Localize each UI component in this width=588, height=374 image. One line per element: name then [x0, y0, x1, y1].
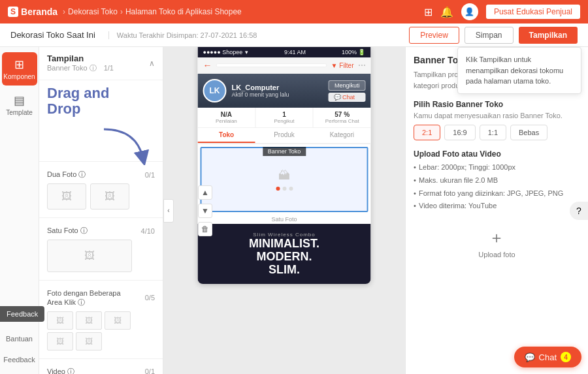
tab-toko[interactable]: Toko	[198, 128, 255, 143]
grid-icon[interactable]: ⊞	[424, 6, 433, 18]
video-count: 0/1	[145, 367, 155, 374]
satu-foto-title: Satu Foto ⓘ	[47, 226, 88, 236]
chat-button[interactable]: 💬 Chat 4	[514, 347, 581, 367]
divider4	[39, 358, 163, 359]
dua-foto-thumb-1[interactable]: 🖼	[47, 183, 86, 210]
phone-back-icon[interactable]: ←	[203, 60, 212, 70]
upload-button-area: ＋ Upload foto	[414, 222, 580, 264]
ratio-1-1[interactable]: 1:1	[480, 125, 506, 140]
phone-status-bar: ●●●●● Shopee ▾ 9:41 AM 100% 🔋	[198, 47, 371, 57]
subnav-saved-time: Waktu Terakhir Disimpan: 27-07-2021 16:5…	[108, 31, 257, 39]
pusat-edukasi-button[interactable]: Pusat Edukasi Penjual	[486, 5, 580, 19]
image-placeholder-icon: 🏔	[278, 169, 290, 183]
sidebar-template-label: Template	[6, 109, 33, 116]
phone-battery: 100% 🔋	[342, 49, 366, 55]
panel-title: Tampilan	[47, 54, 114, 63]
chat-badge: 4	[561, 352, 571, 362]
plus-icon: ＋	[489, 227, 504, 248]
satu-foto-label: Satu Foto	[198, 215, 371, 224]
simpan-button[interactable]: Simpan	[465, 27, 514, 44]
ratio-2-1[interactable]: 2:1	[414, 125, 440, 140]
drag-drop-area: Drag andDrop	[39, 80, 163, 159]
dua-foto-thumb-2[interactable]: 🖼	[90, 183, 129, 210]
scroll-up-btn[interactable]: ▲	[198, 185, 212, 200]
drag-arrow-icon	[97, 126, 150, 165]
more-icon[interactable]: ⋯	[358, 61, 366, 70]
store-buttons: Mengikuti 💬 Chat	[329, 80, 366, 102]
satu-foto-count: 4/10	[141, 227, 155, 235]
upload-foto-button[interactable]: ＋ Upload foto	[478, 227, 515, 258]
avatar[interactable]: 👤	[461, 3, 478, 20]
phone-store-header: LK LK_Computer Aktif 0 menit yang lalu M…	[198, 74, 371, 108]
dot-active	[276, 187, 280, 191]
promo-title: MINIMALIST.MODERN.SLIM.	[203, 238, 366, 276]
store-status: Aktif 0 menit yang lalu	[232, 91, 323, 98]
sub-nav: Dekorasi Toko Saat Ini Waktu Terakhir Di…	[0, 23, 588, 47]
sidebar-item-template[interactable]: ▤ Template	[2, 88, 37, 121]
chat-icon: 💬	[525, 352, 535, 362]
ratio-16-9[interactable]: 16:9	[444, 125, 475, 140]
panel-collapse-icon[interactable]: ∧	[149, 59, 155, 68]
filter-icon[interactable]: ▼ Filter	[331, 62, 354, 69]
ratio-sub: Kamu dapat menyesuaikan rasio Banner Tok…	[414, 112, 580, 119]
upload-spec-4: Video diterima: YouTube	[414, 200, 580, 213]
panel-collapse-button[interactable]: ‹	[163, 199, 174, 223]
delete-btn[interactable]: 🗑	[198, 222, 212, 236]
brand-name: Beranda	[21, 7, 57, 17]
ikuti-button[interactable]: Mengikuti	[329, 80, 366, 91]
chat-small-button[interactable]: 💬 Chat	[329, 93, 366, 102]
store-name: LK_Computer	[232, 84, 323, 91]
feedback-link[interactable]: Feedback	[3, 352, 35, 367]
help-bubble-icon[interactable]: ?	[570, 202, 588, 220]
sidebar-item-komponen[interactable]: ⊞ Komponen	[2, 52, 37, 86]
upload-spec-3: Format foto yang diizinkan: JPG, JPEG, P…	[414, 187, 580, 200]
banner-upload-zone[interactable]: 🏔	[201, 147, 368, 212]
bell-icon[interactable]: 🔔	[440, 6, 453, 18]
phone-search-bar: ← ▼ Filter ⋯	[198, 57, 371, 74]
bantuan-link[interactable]: Bantuan	[6, 331, 33, 347]
preview-button[interactable]: Preview	[409, 27, 459, 44]
panel-count: 1/1	[104, 64, 114, 72]
komponen-icon: ⊞	[14, 57, 24, 72]
canvas-area: ‹ ●●●●● Shopee ▾ 9:41 AM 100% 🔋 ←	[163, 47, 405, 374]
multi-thumb-5[interactable]: 🖼	[76, 332, 102, 351]
multi-thumb-2[interactable]: 🖼	[76, 311, 102, 330]
promo-banner: Slim Wireless Combo MINIMALIST.MODERN.SL…	[198, 224, 371, 284]
ratio-options: 2:1 16:9 1:1 Bebas	[414, 125, 580, 140]
sidebar-bottom: Bantuan Feedback	[3, 331, 35, 374]
phone-search-input[interactable]	[216, 63, 327, 67]
panel-subtitle: Banner Toko ⓘ 1/1	[47, 63, 114, 73]
tooltip-text: Klik Tampilkan untuk menampilkan dekoras…	[466, 55, 563, 85]
section-multi-foto: Foto dengan Beberapa Area Klik ⓘ 0/5 🖼 🖼…	[39, 283, 163, 356]
phone-time: 9:41 AM	[284, 49, 306, 55]
multi-foto-title: Foto dengan Beberapa Area Klik ⓘ	[47, 288, 125, 307]
logo: S Beranda	[8, 7, 57, 17]
tab-produk[interactable]: Produk	[255, 128, 313, 143]
section-dua-foto: Dua Foto ⓘ 0/1 🖼 🖼	[39, 164, 163, 215]
dot-2	[289, 187, 293, 191]
feedback-button[interactable]: Feedback	[0, 306, 44, 322]
top-nav-right: ⊞ 🔔 👤 Pusat Edukasi Penjual	[424, 3, 580, 20]
ratio-bebas[interactable]: Bebas	[510, 125, 547, 140]
phone-mockup: ●●●●● Shopee ▾ 9:41 AM 100% 🔋 ← ▼ Filter…	[198, 47, 371, 284]
shopee-logo-icon: S	[8, 7, 18, 17]
store-tabs: Toko Produk Kategori	[198, 128, 371, 144]
upload-specs: Lebar: 2000px; Tinggi: 1000px Maks. ukur…	[414, 161, 580, 213]
feedback-label: Feedback	[7, 310, 38, 318]
scroll-down-btn[interactable]: ▼	[198, 204, 212, 218]
multi-thumb-4[interactable]: 🖼	[47, 332, 73, 351]
tab-kategori[interactable]: Kategori	[313, 128, 370, 143]
multi-thumb-1[interactable]: 🖼	[47, 311, 73, 330]
video-title: Video ⓘ	[47, 367, 74, 374]
breadcrumb-current: Halaman Toko di Aplikasi Shopee	[125, 7, 242, 16]
satu-foto-thumb[interactable]: 🖼	[47, 240, 132, 272]
chat-label: Chat	[539, 352, 557, 362]
component-panel: Tampilan Banner Toko ⓘ 1/1 ∧ Drag andDro…	[39, 47, 163, 374]
multi-thumb-3[interactable]: 🖼	[105, 311, 131, 330]
chat-bubble-icon: 💬	[334, 94, 341, 101]
breadcrumb-dekorasi[interactable]: Dekorasi Toko	[68, 7, 118, 16]
store-avatar: LK	[203, 79, 227, 102]
tampilkan-button[interactable]: Tampilkan	[519, 27, 578, 44]
divider3	[39, 280, 163, 281]
stat-penilaian: N/A Penilaian	[198, 108, 256, 127]
